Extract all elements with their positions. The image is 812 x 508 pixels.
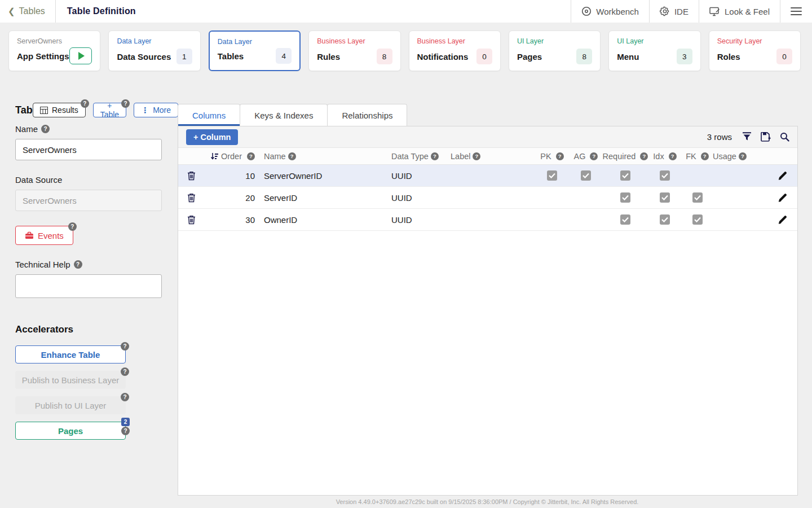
help-icon[interactable]: ?: [247, 152, 255, 160]
layer-card-menu[interactable]: UI Layer Menu 3: [608, 30, 700, 71]
layer-card-rules[interactable]: Business Layer Rules 8: [308, 30, 400, 71]
help-icon[interactable]: ?: [121, 99, 130, 108]
card-layer-label: UI Layer: [517, 37, 592, 45]
layer-card-data-sources[interactable]: Data Layer Data Sources 1: [108, 30, 200, 71]
edit-row-button[interactable]: [775, 191, 789, 205]
help-icon[interactable]: ?: [556, 152, 564, 160]
checkbox-checked[interactable]: [620, 170, 630, 181]
header-pk[interactable]: PK: [540, 152, 551, 161]
sort-icon[interactable]: [210, 152, 218, 160]
checkbox-checked[interactable]: [660, 214, 670, 225]
topbar-actions: Workbench IDE Look & Feel: [571, 0, 780, 23]
help-icon[interactable]: ?: [41, 125, 50, 133]
edit-row-button[interactable]: [775, 213, 789, 227]
help-icon[interactable]: ?: [288, 152, 296, 160]
help-icon[interactable]: ?: [121, 367, 129, 376]
help-icon[interactable]: ?: [739, 152, 747, 160]
delete-row-button[interactable]: [185, 169, 198, 183]
data-type-cell: UUID: [391, 215, 451, 225]
save-icon[interactable]: [761, 132, 771, 142]
help-icon[interactable]: ?: [431, 152, 439, 160]
card-count-badge: 3: [677, 49, 692, 64]
tab-columns[interactable]: Columns: [178, 104, 240, 126]
checkbox-checked[interactable]: [660, 170, 670, 181]
layer-card-notifications[interactable]: Business Layer Notifications 0: [409, 30, 501, 71]
results-button[interactable]: Results ?: [33, 103, 86, 117]
layer-card-pages[interactable]: UI Layer Pages 8: [509, 30, 601, 71]
briefcase-icon: [25, 231, 34, 239]
topbar-action-workbench[interactable]: Workbench: [571, 0, 649, 23]
breadcrumb-tables[interactable]: ❮ Tables: [0, 0, 56, 23]
card-name: Notifications: [417, 52, 469, 62]
look-feel-icon: [709, 7, 720, 16]
help-icon[interactable]: ?: [669, 152, 677, 160]
accelerator-buttons: Enhance Table? Publish to Business Layer…: [15, 345, 178, 440]
help-icon[interactable]: ?: [121, 393, 129, 401]
enhance-table-button[interactable]: Enhance Table?: [15, 345, 126, 364]
checkbox-checked[interactable]: [692, 192, 703, 203]
more-button[interactable]: ⋮ More: [134, 103, 178, 117]
header-name[interactable]: Name: [264, 152, 286, 161]
play-icon: [78, 52, 85, 60]
edit-row-button[interactable]: [775, 169, 789, 183]
header-required[interactable]: Required: [603, 152, 636, 161]
help-icon[interactable]: ?: [81, 99, 89, 108]
pages-button[interactable]: Pages2?: [15, 422, 126, 440]
tab-bar: Columns Keys & Indexes Relationships: [178, 104, 798, 126]
tab-keys-indexes[interactable]: Keys & Indexes: [240, 104, 328, 126]
topbar-action-look-feel[interactable]: Look & Feel: [699, 0, 780, 23]
card-layer-label: UI Layer: [617, 37, 692, 45]
card-layer-label: Data Layer: [117, 37, 192, 45]
header-fk[interactable]: FK: [686, 152, 696, 161]
delete-row-button[interactable]: [185, 191, 198, 205]
help-icon[interactable]: ?: [473, 152, 480, 160]
required-checkbox-cell: [603, 214, 648, 225]
delete-row-button[interactable]: [185, 213, 198, 227]
header-ag[interactable]: AG: [574, 152, 586, 161]
help-icon[interactable]: ?: [121, 427, 130, 435]
columns-toolbar: + Column 3 rows: [178, 126, 797, 148]
help-icon[interactable]: ?: [68, 222, 77, 231]
run-app-button[interactable]: [69, 47, 92, 64]
technical-help-input[interactable]: [15, 274, 162, 298]
header-idx[interactable]: Idx: [653, 152, 664, 161]
checkbox-checked[interactable]: [620, 214, 630, 225]
layer-card-tables[interactable]: Data Layer Tables 4: [209, 30, 301, 71]
card-layer-label: Data Layer: [218, 38, 292, 46]
table-grid-icon: [40, 107, 48, 114]
help-icon[interactable]: ?: [701, 152, 709, 160]
events-button[interactable]: Events ?: [15, 226, 73, 245]
name-input[interactable]: [15, 139, 162, 160]
card-count-badge: 1: [176, 49, 192, 64]
layer-cards: ServerOwners App Settings Data Layer Dat…: [0, 23, 812, 78]
search-icon[interactable]: [780, 132, 789, 142]
tab-relationships[interactable]: Relationships: [327, 104, 407, 126]
checkbox-checked[interactable]: [581, 170, 591, 181]
header-label[interactable]: Label: [451, 152, 470, 161]
card-name: Roles: [717, 52, 740, 62]
layer-card-app-settings[interactable]: ServerOwners App Settings: [8, 30, 100, 71]
name-label: Name?: [15, 124, 178, 134]
header-usage[interactable]: Usage: [713, 152, 736, 161]
checkbox-checked[interactable]: [620, 192, 630, 203]
add-table-button[interactable]: + Table ?: [93, 103, 126, 117]
table-sidebar: Table Results ? + Table ? ⋮ More Name? D…: [15, 78, 178, 447]
help-icon[interactable]: ?: [640, 152, 648, 160]
order-cell: 20: [204, 193, 255, 203]
order-cell: 10: [204, 171, 255, 181]
gear-icon: [660, 6, 670, 16]
checkbox-checked[interactable]: [547, 170, 557, 181]
topbar-action-ide[interactable]: IDE: [649, 0, 699, 23]
table-row: 30 OwnerID UUID: [178, 209, 797, 231]
help-icon[interactable]: ?: [590, 152, 598, 160]
layer-card-roles[interactable]: Security Layer Roles 0: [709, 30, 801, 71]
header-order[interactable]: Order: [221, 152, 242, 161]
header-data-type[interactable]: Data Type: [391, 152, 429, 161]
checkbox-checked[interactable]: [692, 214, 703, 225]
filter-icon[interactable]: [742, 132, 752, 142]
add-column-button[interactable]: + Column: [186, 129, 238, 145]
help-icon[interactable]: ?: [74, 260, 82, 269]
menu-button[interactable]: [780, 0, 812, 23]
help-icon[interactable]: ?: [121, 342, 129, 351]
checkbox-checked[interactable]: [660, 192, 670, 203]
